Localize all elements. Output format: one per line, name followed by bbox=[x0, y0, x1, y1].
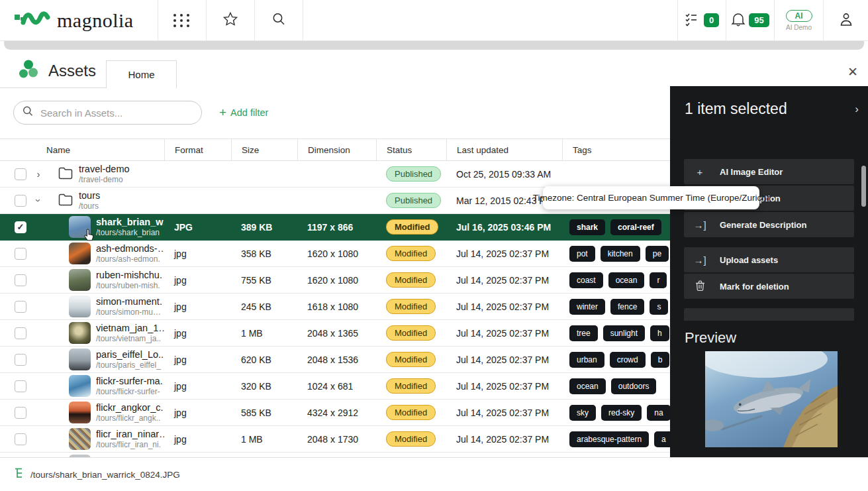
row-checkbox[interactable] bbox=[15, 168, 26, 180]
table-row[interactable]: › travel-demo /travel-demo Published Oct… bbox=[0, 161, 670, 188]
row-checkbox[interactable] bbox=[15, 433, 26, 445]
updated-cell: Jul 14, 2025 02:37 PM bbox=[446, 381, 562, 392]
updated-cell: Jul 16, 2025 03:46 PM bbox=[446, 222, 562, 233]
action-button-label: Upload assets bbox=[720, 255, 778, 265]
column-header-status[interactable]: Status bbox=[376, 139, 446, 160]
table-row[interactable]: ruben-mishchu. /tours/ruben-mish. jpg 75… bbox=[0, 267, 670, 294]
plus-icon: + bbox=[693, 166, 706, 178]
ai-instance-label: AI Demo bbox=[786, 24, 812, 31]
global-search-button[interactable] bbox=[255, 0, 303, 40]
format-cell: JPG bbox=[164, 222, 231, 233]
size-cell: 585 KB bbox=[231, 408, 297, 418]
table-row[interactable]: simon-mument. /tours/simon-mu… jpg 245 K… bbox=[0, 294, 670, 320]
asset-name: paris_eiffel_Lo.. bbox=[96, 349, 164, 360]
expand-chevron-icon[interactable]: › bbox=[33, 190, 44, 211]
folder-icon bbox=[58, 167, 73, 182]
column-header-format[interactable]: Format bbox=[164, 139, 231, 160]
size-cell: 620 KB bbox=[231, 355, 297, 365]
updated-cell: Jul 14, 2025 02:37 PM bbox=[446, 434, 562, 445]
updated-cell: Jul 14, 2025 02:37 PM bbox=[446, 301, 562, 312]
table-row[interactable]: flickr_angkor_c. /tours/flickr_angk.. jp… bbox=[0, 400, 670, 426]
dimension-cell: 1024 x 681 bbox=[297, 381, 376, 392]
tag-pill: h bbox=[650, 325, 669, 341]
row-checkbox[interactable] bbox=[15, 354, 26, 366]
updated-cell: Jul 14, 2025 02:37 PM bbox=[446, 355, 562, 365]
row-checkbox[interactable]: ✓ bbox=[15, 221, 26, 233]
table-row[interactable]: flicr_iran_ninar… /tours/flicr_iran_ni. … bbox=[0, 426, 670, 453]
instance-switcher[interactable]: AI AI Demo bbox=[774, 0, 823, 40]
asset-thumbnail[interactable] bbox=[69, 322, 91, 344]
updated-cell: Jul 14, 2025 02:37 PM bbox=[446, 248, 562, 259]
tab-home[interactable]: Home bbox=[106, 60, 177, 88]
search-icon bbox=[271, 12, 286, 29]
format-cell: jpg bbox=[164, 408, 231, 418]
dimension-cell: 1197 x 866 bbox=[297, 222, 376, 233]
size-cell: 245 KB bbox=[231, 301, 297, 312]
tags-cell: potkitchenpe bbox=[562, 246, 670, 262]
preview-image[interactable] bbox=[705, 351, 838, 447]
expand-chevron-icon[interactable]: › bbox=[26, 168, 50, 180]
user-menu-button[interactable] bbox=[823, 0, 868, 40]
updated-cell: Jul 14, 2025 02:37 PM bbox=[446, 408, 562, 418]
app-stack-strip bbox=[4, 41, 864, 50]
magnolia-logo[interactable]: magnolia bbox=[0, 0, 158, 40]
action-button[interactable]: →]Upload assets bbox=[684, 247, 854, 272]
search-box[interactable] bbox=[13, 101, 202, 125]
asset-thumbnail[interactable] bbox=[69, 428, 91, 450]
size-cell: 358 KB bbox=[231, 248, 297, 259]
table-row[interactable]: ✓ shark_brian_w… /tours/shark_brian JPG … bbox=[0, 214, 670, 241]
add-filter-button[interactable]: + Add filter bbox=[219, 106, 268, 119]
table-row[interactable]: paris_eiffel_Lo.. /tours/paris_eiffel_ j… bbox=[0, 347, 670, 373]
row-checkbox[interactable] bbox=[15, 407, 26, 419]
column-header-size[interactable]: Size bbox=[231, 139, 297, 160]
tag-pill: sunlight bbox=[603, 325, 645, 341]
format-cell: jpg bbox=[164, 381, 231, 392]
action-button[interactable]: →]Generate Description bbox=[684, 212, 854, 237]
column-header-dimension[interactable]: Dimension bbox=[297, 139, 376, 160]
row-checkbox[interactable] bbox=[15, 380, 26, 392]
column-header-name[interactable]: Name bbox=[0, 139, 164, 160]
tag-pill: arabesque-pattern bbox=[569, 431, 649, 447]
tag-pill: crowd bbox=[610, 352, 646, 368]
row-checkbox[interactable] bbox=[15, 195, 26, 207]
table-row[interactable]: vietnam_jan_1… /tours/vietnam_ja.. jpg 1… bbox=[0, 320, 670, 347]
status-badge: Modified bbox=[386, 299, 436, 314]
row-checkbox[interactable] bbox=[15, 274, 26, 286]
asset-thumbnail[interactable] bbox=[69, 269, 91, 291]
action-button[interactable]: Mark for deletion bbox=[684, 274, 854, 299]
asset-thumbnail[interactable] bbox=[69, 375, 91, 397]
tasks-button[interactable]: 0 bbox=[677, 0, 726, 40]
brand-name: magnolia bbox=[57, 9, 134, 32]
table-row[interactable]: ash-edmonds-… /tours/ash-edmon. jpg 358 … bbox=[0, 241, 670, 267]
table-row[interactable]: flickr-surfer-ma. /tours/flickr-surfer- … bbox=[0, 373, 670, 400]
asset-path: /tours/flickr-surfer- bbox=[96, 387, 163, 396]
more-actions-partial[interactable] bbox=[684, 308, 854, 321]
asset-thumbnail[interactable] bbox=[69, 296, 91, 317]
asset-thumbnail[interactable] bbox=[69, 243, 91, 264]
favorites-button[interactable] bbox=[207, 0, 255, 40]
column-header-updated[interactable]: Last updated bbox=[446, 139, 562, 160]
app-launcher-button[interactable] bbox=[158, 0, 207, 40]
search-input[interactable] bbox=[40, 107, 193, 119]
action-button[interactable]: +AI Image Editor bbox=[684, 159, 854, 184]
column-header-tags[interactable]: Tags bbox=[562, 139, 670, 160]
row-checkbox[interactable] bbox=[15, 248, 26, 260]
action-list: +AI Image Editorption→]Generate Descript… bbox=[670, 159, 868, 321]
row-checkbox[interactable] bbox=[15, 327, 26, 339]
notifications-button[interactable]: 95 bbox=[726, 0, 774, 40]
close-icon[interactable]: ✕ bbox=[847, 66, 858, 78]
dimension-cell: 2048 x 1536 bbox=[297, 355, 376, 365]
collapse-panel-chevron-icon[interactable]: › bbox=[855, 103, 859, 116]
tag-pill: kitchen bbox=[601, 246, 640, 262]
magnolia-logo-icon bbox=[15, 8, 52, 33]
panel-scrollbar[interactable] bbox=[861, 166, 866, 207]
row-checkbox[interactable] bbox=[15, 301, 26, 313]
page-title: Assets bbox=[48, 62, 96, 80]
asset-thumbnail[interactable] bbox=[69, 402, 91, 423]
selection-count-label: 1 item selected bbox=[685, 100, 855, 118]
ai-instance-pill: AI bbox=[786, 10, 812, 22]
tasks-count-badge: 0 bbox=[704, 13, 719, 27]
status-badge: Modified bbox=[386, 378, 436, 394]
format-cell: jpg bbox=[164, 275, 231, 286]
asset-thumbnail[interactable] bbox=[69, 349, 91, 370]
